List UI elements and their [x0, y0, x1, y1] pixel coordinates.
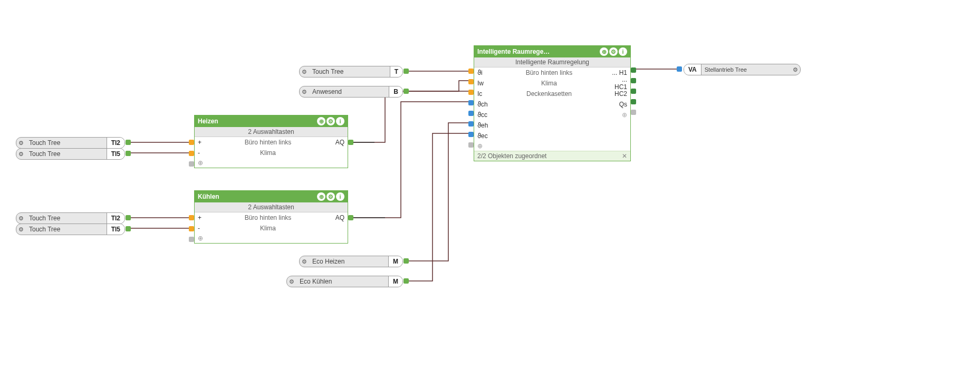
- block-footer[interactable]: 2/2 Objekten zugeordnet ✕: [474, 151, 630, 161]
- block-header[interactable]: Heizen ⊕ ⚙ i: [195, 115, 348, 127]
- port-in-output[interactable]: [677, 66, 682, 72]
- add-icon[interactable]: ⊕: [317, 192, 325, 201]
- input-kuehlen-ti2[interactable]: ⚙ Touch Tree TI2: [16, 212, 125, 224]
- block-room[interactable]: Intelligente Raumrege… ⊕ ⚙ i Intelligent…: [474, 45, 631, 161]
- gear-icon: ⚙: [791, 66, 800, 73]
- port-out-aq[interactable]: [348, 215, 353, 220]
- port-in[interactable]: [468, 132, 474, 137]
- port-out[interactable]: [126, 151, 131, 156]
- output-tag: VA: [684, 64, 702, 75]
- block-header[interactable]: Intelligente Raumrege… ⊕ ⚙ i: [474, 46, 630, 57]
- input-kuehlen-ti5[interactable]: ⚙ Touch Tree TI5: [16, 224, 125, 235]
- port-in[interactable]: [189, 151, 194, 156]
- gear-icon: ⚙: [16, 151, 26, 158]
- port-in[interactable]: [468, 111, 474, 116]
- port-out[interactable]: [403, 69, 409, 74]
- block-subtitle: 2 Auswahltasten: [195, 127, 348, 137]
- output-stellantrieb[interactable]: VA Stellantrieb Tree ⚙: [684, 64, 801, 75]
- add-row[interactable]: ⊕: [195, 234, 348, 243]
- block-kuehlen[interactable]: Kühlen ⊕ ⚙ i 2 Auswahltasten +Büro hinte…: [194, 190, 348, 244]
- port-out-hc2[interactable]: [631, 89, 636, 94]
- port-out[interactable]: [126, 140, 131, 145]
- port-out[interactable]: [126, 226, 131, 231]
- output-label: Stellantrieb Tree: [702, 66, 791, 73]
- port-in[interactable]: [468, 121, 474, 127]
- block-heizen[interactable]: Heizen ⊕ ⚙ i 2 Auswahltasten +Büro hinte…: [194, 115, 348, 168]
- gear-icon: ⚙: [300, 89, 309, 95]
- input-eco-heizen[interactable]: ⚙ Eco Heizen M: [299, 256, 403, 267]
- port-in[interactable]: [468, 100, 474, 105]
- port-out-h1[interactable]: [631, 67, 636, 73]
- gear-icon: ⚙: [300, 69, 309, 75]
- info-icon[interactable]: i: [619, 47, 627, 56]
- add-icon[interactable]: ⊕: [600, 47, 608, 56]
- info-icon[interactable]: i: [336, 192, 344, 201]
- add-icon[interactable]: ⊕: [317, 117, 325, 125]
- gear-icon: ⚙: [16, 140, 26, 147]
- port-in[interactable]: [468, 142, 474, 148]
- port-in[interactable]: [189, 161, 194, 167]
- gear-icon: ⚙: [16, 226, 26, 233]
- gear-icon: ⚙: [287, 278, 296, 285]
- input-touch-t[interactable]: ⚙ Touch Tree T: [299, 66, 403, 77]
- add-output-icon[interactable]: ⊕: [608, 111, 627, 119]
- block-title: Kühlen: [198, 193, 219, 200]
- add-row[interactable]: ⊕: [474, 141, 630, 151]
- add-row[interactable]: ⊕: [195, 158, 348, 168]
- port-in[interactable]: [189, 215, 194, 220]
- port-in[interactable]: [468, 79, 474, 84]
- port-out[interactable]: [403, 258, 409, 264]
- port-out[interactable]: [126, 215, 131, 220]
- gear-icon[interactable]: ⚙: [326, 192, 335, 201]
- port-out[interactable]: [403, 89, 409, 94]
- port-in[interactable]: [189, 226, 194, 231]
- port-out-aq[interactable]: [348, 140, 353, 145]
- footer-action-icon[interactable]: ✕: [622, 152, 627, 160]
- block-title: Heizen: [198, 118, 218, 125]
- gear-icon: ⚙: [300, 258, 309, 265]
- port-out[interactable]: [403, 278, 409, 284]
- port-in[interactable]: [189, 140, 194, 145]
- port-in[interactable]: [468, 69, 474, 74]
- block-subtitle: Intelligente Raumregelung: [474, 57, 630, 67]
- block-header[interactable]: Kühlen ⊕ ⚙ i: [195, 191, 348, 202]
- input-heizen-ti5[interactable]: ⚙ Touch Tree TI5: [16, 148, 125, 160]
- port-in[interactable]: [189, 237, 194, 242]
- port-in[interactable]: [468, 90, 474, 95]
- port-out-hc1[interactable]: [631, 78, 636, 83]
- input-heizen-ti2[interactable]: ⚙ Touch Tree TI2: [16, 137, 125, 149]
- port-out-qs[interactable]: [631, 99, 636, 104]
- block-subtitle: 2 Auswahltasten: [195, 202, 348, 212]
- gear-icon[interactable]: ⚙: [326, 117, 335, 125]
- block-title: Intelligente Raumrege…: [477, 48, 550, 55]
- port-out-add[interactable]: [631, 110, 636, 115]
- gear-icon[interactable]: ⚙: [609, 47, 618, 56]
- input-anwesend[interactable]: ⚙ Anwesend B: [299, 86, 403, 98]
- input-eco-kuehlen[interactable]: ⚙ Eco Kühlen M: [286, 276, 403, 287]
- gear-icon: ⚙: [16, 215, 26, 222]
- info-icon[interactable]: i: [336, 117, 344, 125]
